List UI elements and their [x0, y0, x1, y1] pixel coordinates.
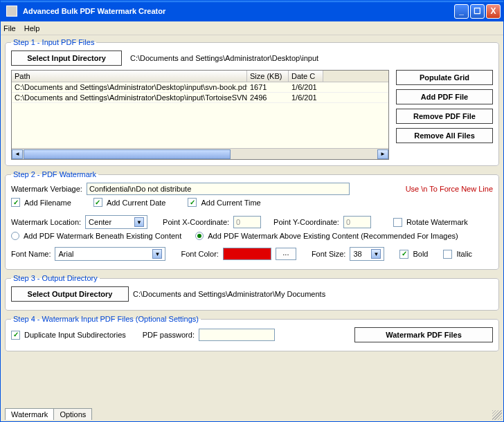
add-filename-checkbox[interactable]: ✓	[11, 198, 20, 207]
col-date[interactable]: Date C	[289, 71, 323, 82]
cell-size: 2496	[247, 93, 289, 102]
font-name-dropdown[interactable]: Arial ▼	[55, 247, 165, 261]
step3-legend: Step 3 - Output Directory	[11, 274, 100, 282]
select-output-dir-button[interactable]: Select Output Directory	[11, 286, 129, 302]
maximize-button[interactable]: ☐	[470, 4, 485, 19]
chevron-down-icon: ▼	[152, 249, 162, 259]
file-grid[interactable]: Path Size (KB) Date C C:\Documents and S…	[11, 70, 389, 160]
add-pdf-button[interactable]: Add PDF File	[396, 89, 493, 104]
duplicate-checkbox[interactable]: ✓	[11, 331, 20, 340]
table-row[interactable]: C:\Documents and Settings\Administrator\…	[12, 82, 388, 93]
cell-date: 1/6/201	[289, 93, 323, 102]
horizontal-scrollbar[interactable]: ◄ ►	[12, 148, 388, 159]
step1-fieldset: Step 1 - Input PDF Files Select Input Di…	[5, 38, 499, 166]
table-row[interactable]: C:\Documents and Settings\Administrator\…	[12, 93, 388, 103]
menu-file[interactable]: File	[3, 24, 16, 33]
output-path-label: C:\Documents and Settings\Administrator\…	[133, 290, 325, 298]
chevron-down-icon: ▼	[134, 217, 144, 227]
step2-fieldset: Step 2 - PDF Watermark Watermark Verbiag…	[5, 170, 499, 270]
scroll-left-icon[interactable]: ◄	[12, 149, 23, 159]
font-size-value: 38	[353, 250, 361, 258]
step4-legend: Step 4 - Watermark Input PDF Files (Opti…	[11, 315, 201, 323]
location-value: Center	[89, 218, 111, 226]
add-time-checkbox[interactable]: ✓	[188, 198, 197, 207]
point-x-label: Point X-Coordinate:	[163, 218, 229, 226]
titlebar[interactable]: Advanced Bulk PDF Watermark Creator _ ☐ …	[1, 1, 503, 21]
tab-options[interactable]: Options	[53, 408, 92, 420]
point-x-input[interactable]	[233, 216, 261, 228]
content-area: Step 1 - Input PDF Files Select Input Di…	[1, 35, 503, 421]
location-label: Watermark Location:	[11, 218, 81, 226]
color-picker-button[interactable]: ...	[276, 248, 296, 260]
tab-watermark[interactable]: Watermark	[5, 408, 54, 420]
duplicate-label: Duplicate Input Subdirectories	[24, 331, 126, 339]
step4-fieldset: Step 4 - Watermark Input PDF Files (Opti…	[5, 315, 499, 351]
step3-fieldset: Step 3 - Output Directory Select Output …	[5, 274, 499, 311]
chevron-down-icon: ▼	[371, 249, 381, 259]
select-input-dir-button[interactable]: Select Input Directory	[11, 51, 122, 66]
italic-label: Italic	[456, 250, 472, 258]
populate-grid-button[interactable]: Populate Grid	[396, 70, 493, 85]
resize-grip-icon[interactable]	[492, 410, 502, 420]
radio-above[interactable]	[195, 232, 204, 240]
font-size-label: Font Size:	[312, 250, 346, 258]
menu-help[interactable]: Help	[24, 24, 40, 33]
cell-date: 1/6/201	[289, 82, 323, 92]
bold-checkbox[interactable]: ✓	[399, 250, 408, 259]
col-path[interactable]: Path	[12, 71, 247, 82]
step2-legend: Step 2 - PDF Watermark	[11, 170, 98, 178]
location-dropdown[interactable]: Center ▼	[85, 215, 147, 229]
font-color-swatch[interactable]	[223, 248, 271, 260]
close-button[interactable]: X	[486, 4, 501, 19]
watermark-files-button[interactable]: Watermark PDF Files	[354, 327, 493, 342]
scroll-right-icon[interactable]: ►	[377, 149, 388, 159]
password-input[interactable]	[199, 329, 275, 341]
cell-size: 1671	[247, 82, 289, 92]
font-name-label: Font Name:	[11, 250, 51, 258]
scroll-thumb[interactable]	[24, 149, 231, 159]
add-date-checkbox[interactable]: ✓	[93, 198, 102, 207]
bold-label: Bold	[413, 250, 428, 258]
password-label: PDF password:	[143, 331, 195, 339]
add-time-label: Add Current Time	[201, 199, 260, 207]
cell-path: C:\Documents and Settings\Administrator\…	[12, 82, 247, 92]
grid-header: Path Size (KB) Date C	[12, 71, 388, 82]
verbiage-label: Watermark Verbiage:	[11, 185, 82, 193]
radio-below-label: Add PDF Watermark Beneath Existing Conte…	[24, 232, 181, 240]
font-size-dropdown[interactable]: 38 ▼	[350, 247, 384, 261]
italic-checkbox[interactable]	[443, 250, 452, 259]
verbiage-input[interactable]	[87, 183, 350, 195]
font-color-label: Font Color:	[181, 250, 218, 258]
radio-dot-icon	[197, 234, 201, 238]
remove-pdf-button[interactable]: Remove PDF File	[396, 109, 493, 124]
point-y-label: Point Y-Coordinate:	[273, 218, 339, 226]
rotate-checkbox[interactable]	[393, 218, 402, 227]
tab-strip: Watermark Options	[5, 408, 91, 420]
radio-below[interactable]	[11, 232, 19, 240]
window-title: Advanced Bulk PDF Watermark Creator	[20, 7, 454, 15]
col-size[interactable]: Size (KB)	[247, 71, 289, 82]
app-window: Advanced Bulk PDF Watermark Creator _ ☐ …	[0, 0, 504, 422]
newline-note: Use \n To Force New Line	[406, 185, 493, 193]
menubar: File Help	[1, 21, 503, 35]
add-date-label: Add Current Date	[107, 199, 166, 207]
add-filename-label: Add Filename	[24, 199, 71, 207]
font-name-value: Arial	[58, 250, 73, 258]
input-path-label: C:\Documents and Settings\Administrator\…	[130, 54, 318, 62]
cell-path: C:\Documents and Settings\Administrator\…	[12, 93, 247, 102]
app-icon	[6, 6, 17, 17]
point-y-input[interactable]	[343, 216, 371, 228]
minimize-button[interactable]: _	[454, 4, 469, 19]
remove-all-button[interactable]: Remove All Files	[396, 128, 493, 143]
radio-above-label: Add PDF Watermark Above Existing Content…	[208, 232, 458, 240]
grid-body: C:\Documents and Settings\Administrator\…	[12, 82, 388, 148]
rotate-label: Rotate Watermark	[406, 218, 468, 226]
step1-legend: Step 1 - Input PDF Files	[11, 38, 96, 46]
